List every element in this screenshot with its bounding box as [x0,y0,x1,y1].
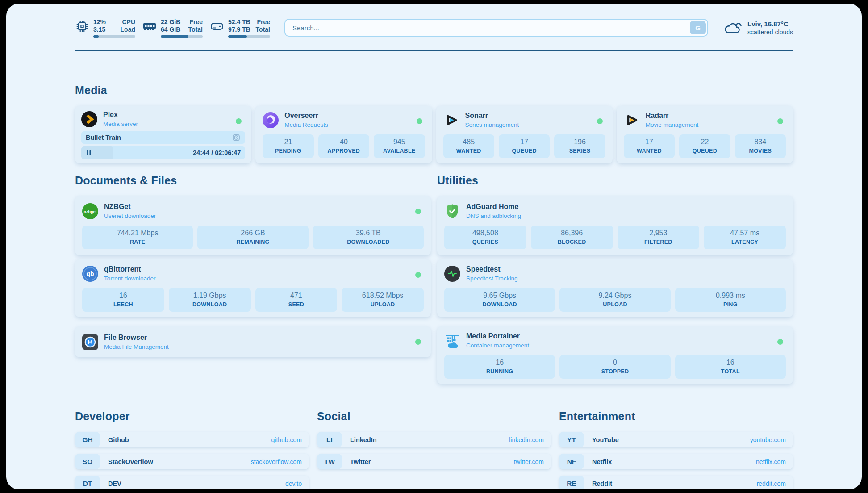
stat-label: LEECH [84,301,163,308]
disk-labels: Free Total [256,18,270,33]
bookmark-netflix[interactable]: NF Netflix netflix.com [559,454,793,469]
section-title-entertainment: Entertainment [559,410,793,423]
service-subtitle: DNS and adblocking [466,212,521,220]
cpu-stat: 12% 3.15 CPU Load [75,18,135,38]
top-bar: 12% 3.15 CPU Load [75,17,793,38]
service-title: qBittorrent [104,265,156,274]
memory-labels: Free Total [188,18,203,33]
stat-wanted: 485 WANTED [443,134,494,158]
bookmark-name: StackOverflow [108,458,153,465]
section-title-media: Media [75,84,793,97]
service-subtitle: Usenet downloader [104,212,156,220]
service-title: NZBGet [104,202,156,211]
disk-stat: 52.4 TB 97.9 TB Free Total [210,18,270,38]
search-bar: G [284,19,708,37]
service-card-overseerr[interactable]: Overseerr Media Requests 21 PENDING 40 A… [255,106,432,163]
stat-label: RATE [84,238,191,246]
stat-value: 39.6 TB [315,229,422,238]
bookmark-name: Netflix [592,458,612,465]
service-card-portainer[interactable]: Media Portainer Container management 16 … [437,326,793,384]
bookmark-url[interactable]: stackoverflow.com [251,458,302,465]
service-card-nzbget[interactable]: nzbget NZBGet Usenet downloader 744.21 M… [75,196,431,255]
bookmark-github[interactable]: GH Github github.com [75,432,309,447]
bookmark-url[interactable]: dev.to [285,480,302,487]
stat-queued: 17 QUEUED [499,134,550,158]
portainer-crane-icon [444,333,460,349]
bookmark-url[interactable]: netflix.com [756,458,786,465]
service-card-sonarr[interactable]: Sonarr Series management 485 WANTED 17 Q… [436,106,613,163]
stat-label: DOWNLOADED [315,238,422,246]
section-documents: Documents & Files nzbget NZBGet [75,174,431,384]
stat-available: 945 AVAILABLE [374,134,425,158]
stat-value: 945 [376,138,423,146]
stat-download: 9.65 Gbps DOWNLOAD [444,288,555,312]
stat-value: 9.24 Gbps [561,291,668,300]
bookmark-url[interactable]: youtube.com [750,436,786,443]
bookmark-url[interactable]: linkedin.com [509,436,544,443]
service-card-filebrowser[interactable]: File Browser Media File Management [75,326,431,357]
stat-value: 1.19 Gbps [171,291,249,300]
bookmark-linkedin[interactable]: LI LinkedIn linkedin.com [317,432,551,447]
bookmark-abbr: DT [75,476,100,489]
bookmark-twitter[interactable]: TW Twitter twitter.com [317,454,551,469]
now-playing-progress-bar[interactable]: 24:44 / 02:06:47 [81,146,245,159]
section-media: Media Plex Media server [75,84,793,163]
stat-rate: 744.21 Mbps RATE [82,226,193,249]
bookmark-dev[interactable]: DT DEV dev.to [75,476,309,489]
service-card-radarr[interactable]: Radarr Movie management 17 WANTED 22 QUE… [617,106,793,163]
stat-value: 196 [556,138,603,146]
stat-label: MOVIES [737,147,784,155]
weather-widget: Lviv, 16.87°C scattered clouds [722,20,793,36]
service-card-speedtest[interactable]: Speedtest Speedtest Tracking 9.65 Gbps D… [437,259,793,317]
adguard-shield-icon [444,203,460,219]
bookmark-abbr: GH [75,432,100,447]
filebrowser-icon [82,334,98,350]
service-title: AdGuard Home [466,202,521,211]
stat-ping: 0.993 ms PING [675,288,786,312]
search-input[interactable] [284,19,708,37]
weather-text: Lviv, 16.87°C scattered clouds [747,20,793,36]
status-dot [597,118,603,124]
stat-label: STOPPED [561,368,668,375]
section-social: Social LI LinkedIn linkedin.com TW Twitt… [317,410,551,489]
pause-icon[interactable] [86,150,92,156]
bookmark-abbr: YT [559,432,584,447]
section-title-social: Social [317,410,551,423]
bookmark-url[interactable]: github.com [271,436,302,443]
stat-label: REMAINING [199,238,306,246]
bookmark-reddit[interactable]: RE Reddit reddit.com [559,476,793,489]
memory-ram-icon [142,19,157,33]
status-dot [777,118,783,124]
stat-value: 2,953 [619,229,698,238]
service-card-plex[interactable]: Plex Media server Bullet Train [75,106,251,163]
svg-text:qb: qb [86,270,94,277]
service-card-qbittorrent[interactable]: qb qBittorrent Torrent downloader 16 LEE… [75,259,431,317]
bookmark-youtube[interactable]: YT YouTube youtube.com [559,432,793,447]
cpu-progress-fill [93,35,99,38]
stat-approved: 40 APPROVED [318,134,369,158]
disk-progress-fill [228,35,247,38]
sonarr-icon [443,112,459,128]
bookmark-abbr: SO [75,454,100,469]
section-entertainment: Entertainment YT YouTube youtube.com NF … [559,410,793,489]
stat-value: 47.57 ms [705,229,784,238]
service-title: Overseerr [284,111,328,120]
stat-label: BLOCKED [533,238,611,246]
media-view-icon[interactable] [232,133,241,142]
section-title-developer: Developer [75,410,309,423]
bookmark-stackoverflow[interactable]: SO StackOverflow stackoverflow.com [75,454,309,469]
bookmark-url[interactable]: reddit.com [757,480,786,487]
bookmark-name: Github [108,436,129,443]
bookmark-url[interactable]: twitter.com [514,458,544,465]
stat-label: PING [677,301,784,308]
bookmark-abbr: RE [559,476,584,489]
service-subtitle: Media server [103,120,138,128]
stat-value: 498,508 [446,229,525,238]
radarr-icon [624,112,640,128]
service-card-adguard[interactable]: AdGuard Home DNS and adblocking 498,508 … [437,196,793,255]
stat-value: 618.52 Mbps [343,291,422,300]
memory-progress-fill [161,35,188,38]
status-dot [415,272,421,278]
bookmark-name: LinkedIn [350,436,377,443]
search-engine-button[interactable]: G [690,21,706,34]
